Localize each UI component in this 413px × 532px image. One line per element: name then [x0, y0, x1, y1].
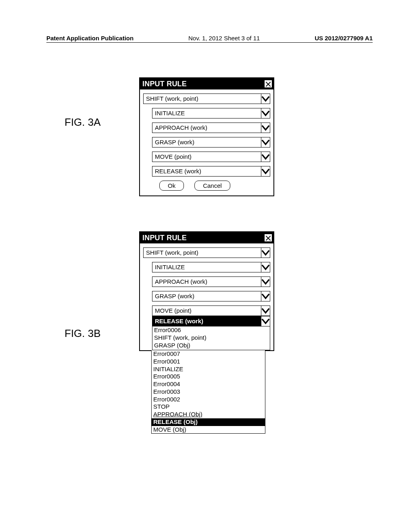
list-item[interactable]: STOP	[152, 403, 265, 411]
combo-item-text: APPROACH (work)	[152, 277, 261, 287]
chevron-down-icon[interactable]	[261, 152, 270, 162]
combo-item[interactable]: MOVE (point)	[152, 305, 270, 316]
combo-item-text: GRASP (work)	[152, 137, 261, 147]
dialog-body: SHIFT (work, point) INITIALIZE APPROACH …	[140, 243, 273, 350]
combo-item-text: GRASP (work)	[152, 291, 261, 301]
list-item[interactable]: SHIFT (work, point)	[154, 334, 268, 342]
combo-item-text: RELEASE (work)	[152, 166, 261, 176]
list-item[interactable]: Error0005	[152, 373, 265, 380]
chevron-down-icon[interactable]	[261, 291, 270, 301]
combo-item[interactable]: INITIALIZE	[152, 108, 270, 118]
dialog-body: SHIFT (work, point) INITIALIZE APPROACH …	[140, 89, 273, 195]
combo-item[interactable]: APPROACH (work)	[152, 123, 270, 133]
combo-item[interactable]: APPROACH (work)	[152, 276, 270, 287]
dropdown-list-inside: Error0006 SHIFT (work, point) GRASP (Obj…	[152, 326, 270, 350]
dialog-title: INPUT RULE	[142, 80, 187, 88]
list-item-highlighted[interactable]: RELEASE (Obj)	[152, 418, 265, 426]
list-item[interactable]: Error0006	[154, 326, 268, 334]
figure-label-3b: FIG. 3B	[65, 327, 101, 340]
combo-main[interactable]: SHIFT (work, point)	[143, 94, 270, 104]
combo-main-text: SHIFT (work, point)	[144, 248, 261, 258]
list-item[interactable]: APPROACH (Obj)	[152, 411, 265, 418]
button-row: Ok Cancel	[159, 181, 270, 191]
dialog-input-rule-a: INPUT RULE SHIFT (work, point) INITIALIZ…	[139, 77, 274, 196]
dropdown-overflow: Error0007 Error0001 INITIALIZE Error0005…	[151, 350, 265, 434]
list-item[interactable]: Error0004	[152, 380, 265, 388]
close-icon[interactable]	[264, 233, 273, 242]
combo-item[interactable]: INITIALIZE	[152, 262, 270, 272]
list-item[interactable]: Error0002	[152, 396, 265, 403]
list-item[interactable]: Error0007	[152, 350, 265, 358]
close-icon[interactable]	[264, 79, 273, 88]
combo-item-selected[interactable]: RELEASE (work)	[152, 316, 270, 326]
chevron-down-icon[interactable]	[261, 262, 270, 272]
figure-label-3a: FIG. 3A	[65, 116, 101, 129]
header-left: Patent Application Publication	[46, 35, 133, 42]
combo-main-text: SHIFT (work, point)	[144, 94, 261, 104]
combo-item[interactable]: GRASP (work)	[152, 137, 270, 148]
combo-main[interactable]: SHIFT (work, point)	[143, 247, 270, 258]
chevron-down-icon[interactable]	[261, 306, 270, 316]
combo-item[interactable]: RELEASE (work)	[152, 166, 270, 177]
chevron-down-icon[interactable]	[261, 248, 270, 258]
combo-item-text: INITIALIZE	[152, 262, 261, 272]
dropdown-expanded: RELEASE (work) Error0006 SHIFT (work, po…	[152, 316, 270, 350]
chevron-down-icon[interactable]	[261, 123, 270, 133]
titlebar: INPUT RULE	[140, 232, 273, 243]
list-item[interactable]: Error0003	[152, 388, 265, 396]
chevron-down-icon[interactable]	[261, 108, 270, 118]
combo-item-text: APPROACH (work)	[152, 123, 261, 133]
chevron-down-icon[interactable]	[261, 94, 270, 104]
header-center: Nov. 1, 2012 Sheet 3 of 11	[188, 35, 260, 42]
titlebar: INPUT RULE	[140, 78, 273, 89]
combo-item-text: RELEASE (work)	[152, 316, 261, 326]
chevron-down-icon[interactable]	[261, 166, 270, 176]
dialog-input-rule-b: INPUT RULE SHIFT (work, point) INITIALIZ…	[139, 231, 274, 351]
list-item[interactable]: GRASP (Obj)	[154, 342, 268, 349]
combo-item[interactable]: GRASP (work)	[152, 291, 270, 301]
chevron-down-icon[interactable]	[261, 316, 270, 326]
combo-item[interactable]: MOVE (point)	[152, 152, 270, 162]
page-header: Patent Application Publication Nov. 1, 2…	[46, 35, 373, 43]
chevron-down-icon[interactable]	[261, 137, 270, 147]
combo-item-text: MOVE (point)	[152, 306, 261, 316]
ok-button[interactable]: Ok	[159, 181, 184, 191]
chevron-down-icon[interactable]	[261, 277, 270, 287]
list-item[interactable]: MOVE (Obj)	[152, 426, 265, 434]
list-item[interactable]: Error0001	[152, 358, 265, 366]
dialog-title: INPUT RULE	[142, 234, 187, 242]
cancel-button[interactable]: Cancel	[194, 181, 230, 191]
combo-item-text: INITIALIZE	[152, 108, 261, 118]
list-item[interactable]: INITIALIZE	[152, 366, 265, 373]
combo-item-text: MOVE (point)	[152, 152, 261, 162]
header-right: US 2012/0277909 A1	[315, 35, 373, 42]
